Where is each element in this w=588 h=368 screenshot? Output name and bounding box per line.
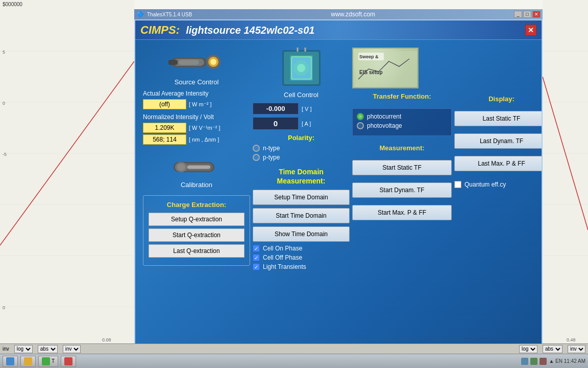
start-q-extraction-button[interactable]: Start Q-extraction — [149, 228, 244, 242]
charge-extraction-title: Charge Extraction: — [149, 201, 244, 209]
play-icon — [6, 357, 14, 365]
taskbar-play-button[interactable] — [3, 356, 18, 367]
cell-on-phase-row: ✓ Cell On Phase — [253, 245, 350, 252]
svg-rect-28 — [168, 60, 178, 65]
photocurrent-label: photocurrent — [367, 113, 401, 120]
readings-section: [ V ] [ A ] — [253, 103, 350, 130]
svg-text:-5: -5 — [3, 152, 7, 157]
svg-text:0: 0 — [3, 101, 5, 106]
cell-off-phase-checkbox[interactable]: ✓ — [253, 254, 260, 261]
quantum-efficiency-checkbox[interactable] — [454, 181, 461, 188]
clock-text: ▲ EN 11:42 AM — [549, 358, 585, 364]
abs-select-2[interactable]: abs — [543, 345, 562, 353]
desktop: $000000 5 0 -5 0 0.08 0.48 🔷 ThalesXT5.1… — [0, 0, 588, 368]
time-domain-title: Time Domain Measurement: — [253, 167, 350, 186]
last-q-extraction-button[interactable]: Last Q-extraction — [149, 244, 244, 258]
quantum-efficiency-label: Quantum eff.cy — [464, 181, 506, 188]
cimps-close-button[interactable]: ✕ — [525, 25, 536, 36]
calibration-section: Calibration — [143, 154, 250, 189]
charge-extraction-section: Charge Extraction: Setup Q-extraction St… — [143, 195, 250, 266]
normalized-section: Normalized Intensity / Volt [ W V⁻¹m⁻² ]… — [143, 113, 250, 145]
polarity-ntype-radio[interactable] — [253, 145, 260, 152]
start-dynam-tf-button[interactable]: Start Dynam. TF — [352, 182, 452, 198]
svg-rect-1 — [543, 0, 588, 355]
abs-select-1[interactable]: abs — [38, 345, 58, 353]
source-control-section: Source Control — [143, 48, 250, 86]
spacer-top — [454, 48, 542, 88]
svg-text:Sweep &: Sweep & — [359, 54, 379, 59]
taskbar-app2-button[interactable] — [61, 356, 76, 367]
tray-icon-3 — [540, 358, 547, 365]
sweep-eis-button[interactable]: Sweep & EIS setup — [352, 48, 419, 88]
cell-off-phase-label: Cell Off Phase — [263, 254, 302, 261]
cell-on-phase-label: Cell On Phase — [263, 245, 302, 252]
calibration-label: Calibration — [181, 181, 212, 189]
light-transients-row: ✓ Light Transients — [253, 263, 350, 270]
time-domain-section: Time Domain Measurement: Setup Time Doma… — [253, 167, 350, 272]
taskbar-folder-button[interactable] — [20, 356, 36, 367]
svg-text:5: 5 — [3, 50, 5, 55]
normalized-value1[interactable] — [143, 123, 186, 133]
setup-q-extraction-button[interactable]: Setup Q-extraction — [149, 213, 244, 226]
polarity-ptype-radio[interactable] — [253, 154, 260, 161]
cell-control-label: Cell Control — [284, 91, 318, 99]
cell-on-phase-checkbox[interactable]: ✓ — [253, 245, 260, 252]
setup-time-domain-button[interactable]: Setup Time Domain — [253, 190, 350, 205]
source-control-label: Source Control — [175, 78, 219, 86]
system-tray: ▲ EN 11:42 AM — [521, 358, 585, 365]
column-2: Cell Control [ V ] [ A ] Polarity: — [253, 48, 350, 342]
start-max-p-ff-button[interactable]: Start Max. P & FF — [352, 205, 452, 220]
svg-point-32 — [177, 164, 185, 171]
polarity-title: Polarity: — [253, 134, 350, 142]
minimize-button[interactable]: _ — [514, 11, 522, 18]
cell-image — [280, 48, 323, 88]
svg-text:0.48: 0.48 — [567, 337, 576, 342]
intensity-value[interactable] — [143, 99, 186, 109]
light-transients-checkbox[interactable]: ✓ — [253, 263, 260, 270]
inv-select-2[interactable]: inv — [568, 345, 585, 353]
log-select-1[interactable]: log — [14, 345, 33, 353]
voltage-unit: [ V ] — [302, 106, 312, 112]
normalized-unit1: [ W V⁻¹m⁻² ] — [189, 125, 220, 131]
inv-select-1[interactable]: inv — [63, 345, 81, 353]
intensity-unit: [ W m⁻² ] — [189, 101, 212, 108]
app1-label: T — [52, 358, 55, 364]
maximize-button[interactable]: □ — [523, 11, 531, 18]
polarity-ptype-label: p-type — [263, 154, 280, 161]
taskbar: T ▲ EN 11:42 AM — [0, 354, 588, 368]
column-3: Sweep & EIS setup Transfer Function: pho… — [352, 48, 452, 342]
normalized-unit2: [ nm , Δnm ] — [189, 136, 219, 143]
cimps-prefix: CIMPS: — [140, 24, 180, 36]
svg-text:EIS setup: EIS setup — [359, 70, 383, 75]
taskbar-app1-button[interactable]: T — [38, 356, 58, 367]
intensity-label: Actual Average Intensity — [143, 90, 250, 97]
tray-icon-1 — [521, 358, 528, 365]
photovoltage-label: photovoltage — [367, 122, 402, 129]
log-select-2[interactable]: log — [519, 345, 537, 353]
last-max-p-ff-button[interactable]: Last Max. P & FF — [454, 156, 542, 171]
normalized-value2[interactable] — [143, 134, 186, 145]
measurement-title: Measurement: — [352, 144, 452, 152]
start-time-domain-button[interactable]: Start Time Domain — [253, 208, 350, 223]
start-static-tf-button[interactable]: Start Static TF — [352, 160, 452, 175]
cimps-title-bar: CIMPS: lightsource 1452wlc02-s01 ✕ — [135, 20, 542, 40]
photocurrent-radio[interactable] — [357, 113, 364, 120]
calibration-image — [171, 154, 222, 178]
last-static-tf-button[interactable]: Last Static TF — [454, 111, 542, 126]
zdsoft-center-text: www.zdsoft.com — [331, 11, 375, 18]
last-dynam-tf-button[interactable]: Last Dynam. TF — [454, 133, 542, 149]
app2-icon — [64, 357, 72, 365]
transfer-function-title: Transfer Function: — [352, 93, 452, 100]
zdsoft-title: ThalesXT5.1.4 USB — [147, 12, 192, 17]
folder-icon — [24, 357, 32, 365]
close-window-button[interactable]: ✕ — [532, 11, 541, 18]
cimps-device-name: lightsource 1452wlc02-s01 — [186, 25, 314, 36]
cell-control-section: Cell Control — [253, 48, 350, 99]
photovoltage-radio[interactable] — [357, 122, 364, 129]
flashlight-image — [168, 48, 225, 76]
cimps-dialog: CIMPS: lightsource 1452wlc02-s01 ✕ — [134, 19, 543, 351]
current-display[interactable] — [253, 117, 299, 130]
show-time-domain-button[interactable]: Show Time Domain — [253, 226, 350, 242]
transfer-function-radios: photocurrent photovoltage — [352, 108, 452, 136]
voltage-display[interactable] — [253, 103, 299, 114]
